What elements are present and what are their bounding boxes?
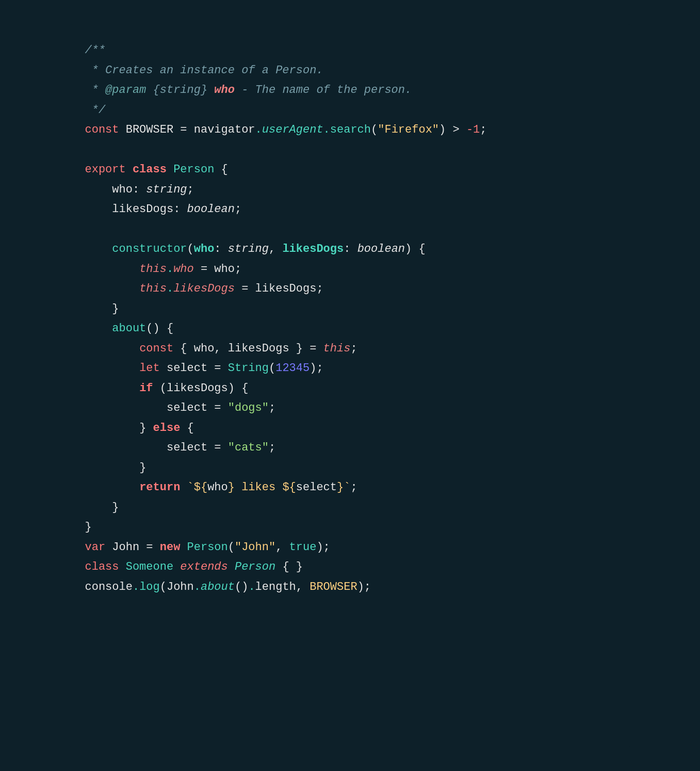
eq4: = — [207, 398, 228, 419]
line-select-cats: select = "cats"; — [85, 438, 615, 458]
line-if: if (likesDogs) { — [85, 379, 615, 399]
code-editor: /** * Creates an instance of a Person. *… — [67, 24, 634, 747]
line-close-brace1: } — [85, 299, 615, 319]
comment-type: {string} — [153, 81, 208, 101]
class-someone: Someone — [126, 557, 173, 577]
template-likes: likes — [235, 478, 282, 498]
indent4 — [85, 260, 140, 280]
indent8 — [85, 339, 140, 359]
indent5 — [85, 279, 140, 299]
dot3: . — [167, 260, 173, 280]
type-boolean: boolean — [187, 200, 235, 220]
user-agent: userAgent — [262, 120, 323, 140]
method-about: about — [112, 319, 146, 339]
gt-op: > — [446, 120, 466, 140]
this-who: who — [173, 260, 194, 280]
comment-space2 — [207, 81, 214, 101]
string-call: String — [228, 359, 269, 379]
dot2: . — [323, 120, 330, 140]
type-bool2: boolean — [357, 239, 405, 260]
dot4: . — [167, 279, 173, 299]
kw-const: const — [85, 120, 119, 140]
else-brace: { — [180, 419, 193, 439]
kw-var: var — [85, 538, 106, 558]
likesdogs-val: likesDogs — [255, 279, 317, 299]
dot6: . — [194, 577, 201, 598]
person-class2: Person — [187, 538, 228, 558]
class-person2: Person — [235, 557, 275, 577]
line-this-who: this.who = who; — [85, 260, 615, 280]
indent7 — [85, 319, 112, 339]
eq5: = — [207, 438, 228, 458]
brace2: { — [412, 239, 425, 260]
search-call: search — [330, 120, 371, 140]
indent2 — [85, 200, 112, 220]
paren-open: ( — [371, 120, 378, 140]
line-likesdogs-prop: likesDogs: boolean; — [85, 200, 615, 220]
about-call: about — [201, 577, 235, 598]
indent14 — [85, 458, 140, 478]
this1: this — [139, 260, 167, 280]
if-paren-close: ) — [228, 379, 235, 399]
comment-param-name: who — [214, 81, 235, 101]
indent12 — [85, 419, 140, 439]
template-who: who — [207, 478, 228, 498]
paren2: ( — [187, 239, 194, 260]
indent9 — [85, 359, 140, 379]
prop-likesdogs: likesDogs — [112, 200, 173, 220]
line-comment-open: /** — [85, 41, 615, 61]
indent10 — [85, 379, 140, 399]
line-this-likesdogs: this.likesDogs = likesDogs; — [85, 279, 615, 299]
kw-return: return — [139, 478, 180, 498]
space7 — [180, 478, 187, 498]
line-close-about: } — [85, 498, 615, 518]
space6: ( — [153, 379, 167, 399]
kw-class: class — [133, 160, 167, 180]
line-const-destruct: const { who, likesDogs } = this; — [85, 339, 615, 359]
space10 — [119, 557, 126, 577]
kw-constructor: constructor — [112, 239, 187, 260]
semi8: ; — [269, 398, 275, 419]
semi12: ; — [364, 577, 371, 598]
paren7: ) — [316, 538, 323, 558]
space8 — [105, 538, 112, 558]
space1 — [119, 120, 126, 140]
kw-if: if — [139, 379, 153, 399]
semi7: ; — [316, 359, 323, 379]
comment-creates-text: * Creates an instance of a Person. — [85, 61, 323, 81]
this-likesdogs: likesDogs — [173, 279, 235, 299]
comment-close-text: */ — [85, 101, 106, 121]
type-string: string — [146, 180, 187, 200]
string-cats: "cats" — [228, 438, 269, 458]
line-else: } else { — [85, 419, 615, 439]
comma4: , — [296, 577, 310, 598]
space-eq: = — [173, 120, 194, 140]
line-const-browser: const BROWSER = navigator.userAgent.sear… — [85, 120, 615, 140]
brace3: { — [160, 319, 173, 339]
template-tick1: ` — [187, 478, 194, 498]
close-brace1: } — [112, 299, 119, 319]
close-about: } — [112, 498, 119, 518]
semi2: ; — [187, 180, 194, 200]
comma1: , — [269, 239, 282, 260]
select-var3: select — [167, 438, 207, 458]
semi6: ; — [350, 339, 357, 359]
paren-close: ) — [439, 120, 446, 140]
template-close1: } — [228, 478, 235, 498]
line-let-select: let select = String(12345); — [85, 359, 615, 379]
line-comment-param: * @param {string} who - The name of the … — [85, 81, 615, 101]
semi5: ; — [316, 279, 323, 299]
param-who-bold: who — [194, 239, 215, 260]
line-class-someone: class Someone extends Person { } — [85, 557, 615, 577]
space-brace: { — [214, 160, 227, 180]
space11 — [173, 557, 180, 577]
template-select: select — [296, 478, 337, 498]
line-close-else: } — [85, 458, 615, 478]
eq3: = — [207, 359, 228, 379]
paren4: ( — [269, 359, 275, 379]
colon4: : — [344, 239, 357, 260]
parens-about2: () — [235, 577, 248, 598]
dot5: . — [133, 577, 139, 598]
line-var-john: var John = new Person("John", true); — [85, 538, 615, 558]
string-dogs: "dogs" — [228, 398, 269, 419]
